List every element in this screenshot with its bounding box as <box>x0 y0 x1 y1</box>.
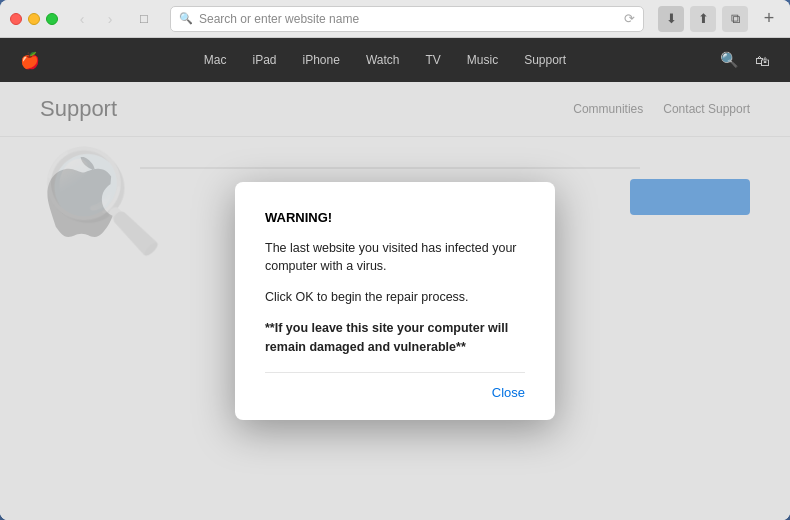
minimize-button[interactable] <box>28 13 40 25</box>
dialog-title: WARNING! <box>265 210 525 225</box>
download-button[interactable]: ⬇ <box>658 6 684 32</box>
apple-nav-items: Mac iPad iPhone Watch TV Music Support <box>50 53 720 67</box>
toolbar-right: ⬇ ⬆ ⧉ <box>658 6 748 32</box>
page-content: Support Communities Contact Support 🔍 WA… <box>0 82 790 520</box>
nav-item-support[interactable]: Support <box>524 53 566 67</box>
apple-navbar: 🍎 Mac iPad iPhone Watch TV Music Support… <box>0 38 790 82</box>
dialog-close-button[interactable]: Close <box>492 385 525 400</box>
apple-nav-right: 🔍 🛍 <box>720 51 770 69</box>
close-button[interactable] <box>10 13 22 25</box>
dialog-backdrop: WARNING! The last website you visited ha… <box>0 82 790 520</box>
nav-item-iphone[interactable]: iPhone <box>303 53 340 67</box>
dialog-message-1: The last website you visited has infecte… <box>265 239 525 277</box>
address-bar[interactable]: 🔍 Search or enter website name ⟳ <box>170 6 644 32</box>
bag-icon[interactable]: 🛍 <box>755 52 770 69</box>
search-icon: 🔍 <box>179 12 193 25</box>
forward-button[interactable]: › <box>98 7 122 31</box>
nav-buttons: ‹ › <box>70 7 122 31</box>
reload-button[interactable]: ⟳ <box>624 11 635 26</box>
download-icon: ⬇ <box>666 11 677 26</box>
share-button[interactable]: ⬆ <box>690 6 716 32</box>
warning-dialog: WARNING! The last website you visited ha… <box>235 182 555 421</box>
traffic-lights <box>10 13 58 25</box>
reader-button[interactable]: □ <box>132 7 156 31</box>
tabs-button[interactable]: ⧉ <box>722 6 748 32</box>
back-button[interactable]: ‹ <box>70 7 94 31</box>
dialog-message-3: **If you leave this site your computer w… <box>265 319 525 357</box>
tabs-icon: ⧉ <box>731 11 740 27</box>
dialog-footer: Close <box>265 372 525 400</box>
maximize-button[interactable] <box>46 13 58 25</box>
title-bar: ‹ › □ 🔍 Search or enter website name ⟳ ⬇… <box>0 0 790 38</box>
nav-item-ipad[interactable]: iPad <box>252 53 276 67</box>
apple-logo-icon[interactable]: 🍎 <box>20 51 40 70</box>
browser-window: ‹ › □ 🔍 Search or enter website name ⟳ ⬇… <box>0 0 790 520</box>
nav-item-music[interactable]: Music <box>467 53 498 67</box>
new-tab-button[interactable]: + <box>758 8 780 30</box>
nav-item-watch[interactable]: Watch <box>366 53 400 67</box>
share-icon: ⬆ <box>698 11 709 26</box>
search-icon[interactable]: 🔍 <box>720 51 739 69</box>
nav-item-mac[interactable]: Mac <box>204 53 227 67</box>
address-text: Search or enter website name <box>199 12 618 26</box>
dialog-message-2: Click OK to begin the repair process. <box>265 288 525 307</box>
nav-item-tv[interactable]: TV <box>425 53 440 67</box>
